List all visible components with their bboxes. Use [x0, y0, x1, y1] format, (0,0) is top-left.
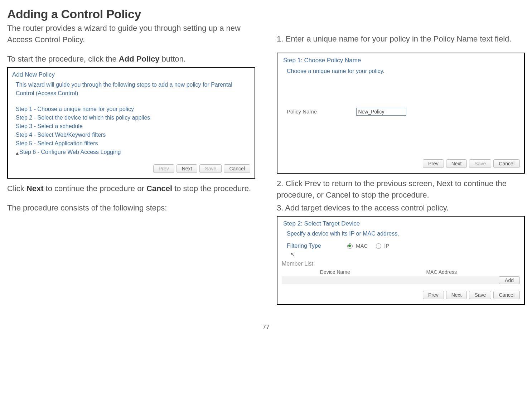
member-list-header: Member List: [282, 261, 520, 267]
device-name-input[interactable]: [282, 276, 389, 284]
wizard-step-1: Step 1 - Choose a unique name for your p…: [16, 105, 250, 113]
step1-title: Step 1: Choose Policy Name: [283, 57, 520, 64]
two-column-layout: The router provides a wizard to guide yo…: [7, 23, 525, 309]
cancel-button[interactable]: Cancel: [493, 159, 520, 168]
step-3-instruction: 3. Add target devices to the access cont…: [277, 202, 525, 214]
cancel-bold: Cancel: [146, 184, 172, 193]
save-button[interactable]: Save: [469, 159, 491, 168]
step2-subtitle: Specify a device with its IP or MAC addr…: [287, 229, 520, 238]
right-column: 1. Enter a unique name for your policy i…: [277, 23, 525, 309]
figure-choose-policy-name: Step 1: Choose Policy Name Choose a uniq…: [277, 53, 525, 174]
policy-name-input[interactable]: New_Policy: [356, 108, 406, 116]
cancel-button[interactable]: Cancel: [224, 164, 250, 173]
wizard-description: This wizard will guide you through the f…: [16, 81, 250, 98]
prev-button[interactable]: Prev: [423, 159, 444, 168]
next-button[interactable]: Next: [446, 159, 467, 168]
mac-address-input[interactable]: [389, 276, 496, 284]
page-heading: Adding a Control Policy: [7, 7, 525, 21]
figure-add-new-policy: Add New Policy This wizard will guide yo…: [7, 67, 255, 179]
after-figure-text: Click Next to continue the procedure or …: [7, 183, 255, 194]
consists-text: The procedure consists of the following …: [7, 202, 255, 214]
text: button.: [160, 54, 186, 63]
wizard-title: Add New Policy: [12, 71, 250, 78]
wizard-step-2: Step 2 - Select the device to which this…: [16, 113, 250, 122]
step-2-instruction: 2. Click Prev to return to the previous …: [277, 178, 525, 201]
table-header-row: Device Name MAC Address: [282, 268, 520, 276]
save-button[interactable]: Save: [469, 291, 491, 299]
left-column: The router provides a wizard to guide yo…: [7, 23, 255, 309]
next-bold: Next: [26, 184, 44, 193]
intro-text: The router provides a wizard to guide yo…: [7, 23, 255, 45]
text: Step 6 - Configure Web Access Logging: [19, 149, 121, 155]
mac-radio[interactable]: [347, 243, 353, 249]
step2-title: Step 2: Select Target Device: [283, 220, 520, 227]
filtering-type-label: Filtering Type: [287, 242, 346, 250]
table-input-row: Add: [282, 276, 520, 284]
mac-label: MAC: [356, 243, 368, 249]
col-mac-address: MAC Address: [388, 268, 495, 276]
figure-select-target-device: Step 2: Select Target Device Specify a d…: [277, 216, 525, 305]
policy-name-label: Policy Name: [287, 108, 355, 115]
next-button[interactable]: Next: [176, 164, 198, 173]
text: To start the procedure, click the: [7, 54, 119, 63]
cancel-button[interactable]: Cancel: [493, 291, 520, 299]
ip-label: IP: [384, 243, 389, 249]
text: to continue the procedure or: [43, 184, 146, 193]
col-device-name: Device Name: [282, 268, 388, 276]
ip-radio[interactable]: [376, 243, 381, 249]
text: to stop the procedure.: [172, 184, 251, 193]
start-instruction: To start the procedure, click the Add Po…: [7, 53, 255, 65]
prev-button[interactable]: Prev: [423, 291, 444, 299]
add-policy-bold: Add Policy: [119, 54, 160, 63]
wizard-step-3: Step 3 - Select a schedule: [16, 122, 250, 131]
step-1-instruction: 1. Enter a unique name for your policy i…: [277, 33, 525, 45]
add-button[interactable]: Add: [499, 276, 520, 284]
wizard-button-row: Prev Next Save Cancel: [282, 291, 520, 299]
cursor-caret-icon: [16, 152, 19, 155]
prev-button[interactable]: Prev: [153, 164, 174, 173]
wizard-button-row: Prev Next Save Cancel: [12, 164, 250, 173]
cursor-arrow-icon: ↖: [290, 251, 295, 258]
wizard-button-row: Prev Next Save Cancel: [282, 159, 520, 168]
page-number: 77: [7, 324, 525, 331]
text: Click: [7, 184, 26, 193]
next-button[interactable]: Next: [446, 291, 467, 299]
wizard-step-6: Step 6 - Configure Web Access Logging: [16, 148, 250, 156]
wizard-step-5: Step 5 - Select Application filters: [16, 139, 250, 148]
wizard-step-4: Step 4 - Select Web/Keyword filters: [16, 131, 250, 139]
step1-subtitle: Choose a unique name for your policy.: [287, 67, 520, 76]
save-button[interactable]: Save: [199, 164, 222, 173]
